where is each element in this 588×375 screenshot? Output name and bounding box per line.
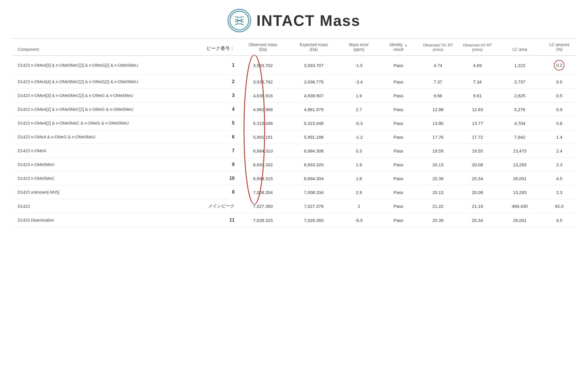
cell-lc-area: 2,737 bbox=[497, 75, 542, 89]
logo-icon bbox=[228, 9, 251, 32]
app-header: INTACT Mass bbox=[0, 0, 588, 38]
cell-expected-mass: 6,684.308 bbox=[288, 144, 339, 158]
cell-component: D1423 unknown[-NH5] bbox=[12, 185, 192, 199]
cell-expected-mass: 3,936.775 bbox=[288, 75, 339, 89]
cell-identity-result: Pass bbox=[379, 89, 418, 103]
table-row: D1423 n-OMe5MeU96,693.3326,693.3201.9Pas… bbox=[12, 158, 576, 172]
cell-obs-uv-rt: 17.72 bbox=[458, 130, 497, 144]
cell-observed-mass: 3,593.702 bbox=[238, 56, 288, 75]
title-light: INTACT bbox=[256, 12, 320, 29]
cell-lc-area: 2,625 bbox=[497, 89, 542, 103]
table-row: D1423 n-OMeA76,684.3106,684.3080.3Pass19… bbox=[12, 144, 576, 158]
cell-observed-mass: 7,028.315 bbox=[238, 213, 288, 227]
main-table-container: Component ピーク番号： Observed mass (Da) Expe… bbox=[0, 38, 588, 227]
cell-peak: 7 bbox=[192, 144, 238, 158]
cell-lc-area: 1,222 bbox=[497, 56, 542, 75]
col-expected-mass[interactable]: Expected mass (Da) bbox=[288, 38, 339, 56]
cell-identity-result: Pass bbox=[379, 213, 418, 227]
cell-peak: 6 bbox=[192, 130, 238, 144]
cell-mass-error: 1.9 bbox=[339, 89, 379, 103]
cell-component: D1423 n-OMeA bbox=[12, 144, 192, 158]
app-title: INTACT Mass bbox=[256, 12, 360, 29]
cell-lc-amount: 2.3 bbox=[542, 158, 576, 172]
cell-obs-tic-rt: 13.80 bbox=[418, 116, 457, 130]
cell-identity-result: Pass bbox=[379, 158, 418, 172]
table-row: D1423メインピーク7,027.3907,027.3762Pass21.222… bbox=[12, 199, 576, 213]
logo-container: INTACT Mass bbox=[228, 9, 360, 32]
cell-peak: 4 bbox=[192, 103, 238, 116]
cell-identity-result: Pass bbox=[379, 56, 418, 75]
cell-lc-area: 4,704 bbox=[497, 116, 542, 130]
cell-observed-mass: 6,693.332 bbox=[238, 158, 288, 172]
cell-observed-mass: 5,991.181 bbox=[238, 130, 288, 144]
cell-expected-mass: 6,693.320 bbox=[288, 158, 339, 172]
cell-mass-error: 2.9 bbox=[339, 185, 379, 199]
main-peak-label: メインピーク bbox=[208, 203, 235, 208]
cell-obs-uv-rt: 20.08 bbox=[458, 185, 497, 199]
col-lc-area[interactable]: LC area bbox=[497, 38, 542, 56]
cell-lc-area: 13,283 bbox=[497, 158, 542, 172]
col-identity-result[interactable]: Identity ▲ result bbox=[379, 38, 418, 56]
col-obs-tic-rt[interactable]: Observed TIC RT (mins) bbox=[418, 38, 457, 56]
col-lc-amount[interactable]: LC amount (%) bbox=[542, 38, 576, 56]
cell-obs-tic-rt: 20.13 bbox=[418, 185, 457, 199]
cell-expected-mass: 3,593.707 bbox=[288, 56, 339, 75]
cell-obs-tic-rt: 20.13 bbox=[418, 158, 457, 172]
col-mass-error[interactable]: Mass error (ppm) bbox=[339, 38, 379, 56]
cell-lc-area: 13,283 bbox=[497, 185, 542, 199]
cell-obs-tic-rt: 12.88 bbox=[418, 103, 457, 116]
cell-mass-error: -0.3 bbox=[339, 116, 379, 130]
cell-lc-area: 469,430 bbox=[497, 199, 542, 213]
cell-lc-amount: 82.0 bbox=[542, 199, 576, 213]
cell-obs-uv-rt: 19.55 bbox=[458, 144, 497, 158]
cell-component: D1423 n-OMe5MeC bbox=[12, 172, 192, 185]
cell-component: D1423 Deamination bbox=[12, 213, 192, 227]
cell-identity-result: Pass bbox=[379, 103, 418, 116]
cell-peak: 10 bbox=[192, 172, 238, 185]
cell-obs-tic-rt: 20.39 bbox=[418, 172, 457, 185]
cell-lc-amount: 2.3 bbox=[542, 185, 576, 199]
cell-obs-uv-rt: 12.83 bbox=[458, 103, 497, 116]
cell-component: D1423 n-OMeA[5] & n-OMe5MeC[2] & n-OMeG[… bbox=[12, 56, 192, 75]
cell-expected-mass: 6,694.304 bbox=[288, 172, 339, 185]
cell-obs-uv-rt: 21.19 bbox=[458, 199, 497, 213]
cell-lc-area: 26,001 bbox=[497, 213, 542, 227]
cell-component: D1423 n-OMeA & n-OMeG & n-OMe5MeU bbox=[12, 130, 192, 144]
cell-lc-area: 7,942 bbox=[497, 130, 542, 144]
cell-observed-mass: 6,694.315 bbox=[238, 172, 288, 185]
cell-identity-result: Pass bbox=[379, 172, 418, 185]
cell-lc-amount: 0.9 bbox=[542, 103, 576, 116]
cell-component: D1423 n-OMeA[3] & n-OMe5MeC[2] & n-OMeG … bbox=[12, 89, 192, 103]
cell-mass-error: -1.2 bbox=[339, 130, 379, 144]
cell-obs-tic-rt: 20.39 bbox=[418, 213, 457, 227]
cell-peak: 9 bbox=[192, 158, 238, 172]
cell-identity-result: Pass bbox=[379, 199, 418, 213]
cell-obs-tic-rt: 17.76 bbox=[418, 130, 457, 144]
cell-identity-result: Pass bbox=[379, 75, 418, 89]
cell-component: D1423 n-OMeA[4] & n-OMe5MeC[2] & n-OMeG[… bbox=[12, 75, 192, 89]
cell-obs-tic-rt: 7.37 bbox=[418, 75, 457, 89]
table-row: D1423 Deamination117,028.3157,028.360-6.… bbox=[12, 213, 576, 227]
cell-observed-mass: 3,936.762 bbox=[238, 75, 288, 89]
cell-expected-mass: 5,991.188 bbox=[288, 130, 339, 144]
cell-obs-tic-rt: 21.22 bbox=[418, 199, 457, 213]
col-component: Component bbox=[12, 38, 192, 56]
cell-mass-error: -3.4 bbox=[339, 75, 379, 89]
cell-mass-error: 1.9 bbox=[339, 158, 379, 172]
results-table: Component ピーク番号： Observed mass (Da) Expe… bbox=[12, 38, 576, 227]
col-observed-mass[interactable]: Observed mass (Da) bbox=[238, 38, 288, 56]
cell-obs-uv-rt: 9.61 bbox=[458, 89, 497, 103]
cell-observed-mass: 7,027.390 bbox=[238, 199, 288, 213]
cell-observed-mass: 4,638.916 bbox=[238, 89, 288, 103]
cell-obs-uv-rt: 20.34 bbox=[458, 213, 497, 227]
cell-obs-tic-rt: 4.74 bbox=[418, 56, 457, 75]
cell-component: D1423 bbox=[12, 199, 192, 213]
cell-mass-error: 1.8 bbox=[339, 172, 379, 185]
cell-lc-area: 13,473 bbox=[497, 144, 542, 158]
cell-observed-mass: 5,315.046 bbox=[238, 116, 288, 130]
cell-observed-mass: 6,684.310 bbox=[238, 144, 288, 158]
cell-obs-tic-rt: 9.66 bbox=[418, 89, 457, 103]
col-obs-uv-rt[interactable]: Observed UV RT (mins) bbox=[458, 38, 497, 56]
cell-mass-error: -6.5 bbox=[339, 213, 379, 227]
cell-identity-result: Pass bbox=[379, 144, 418, 158]
